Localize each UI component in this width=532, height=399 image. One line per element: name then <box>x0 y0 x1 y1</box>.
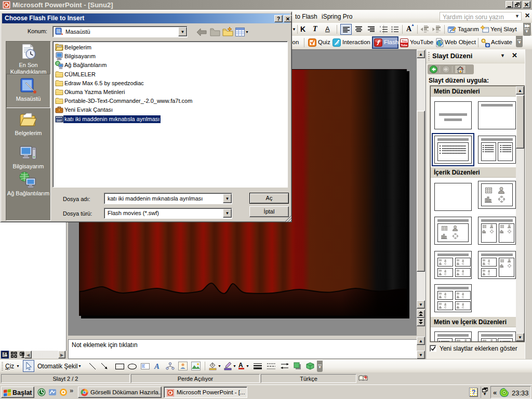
svg-text:You: You <box>402 39 407 43</box>
svg-text:A: A <box>154 362 159 370</box>
svg-text:SWF: SWF <box>56 118 62 122</box>
svg-text:Tube: Tube <box>401 44 408 47</box>
